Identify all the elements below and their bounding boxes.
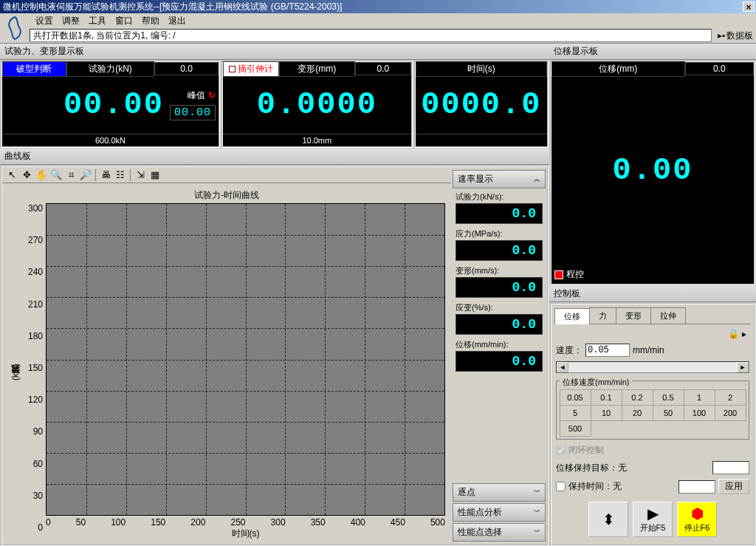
hold-time-input[interactable] [678, 480, 715, 494]
time-value: 0000.0 [419, 86, 543, 124]
zoom-in-icon[interactable]: 🔍 [49, 168, 63, 182]
status-label: 程控 [566, 268, 584, 281]
speed-grid-title: 位移速度(mm/min) [560, 377, 632, 388]
menu-settings[interactable]: 设置 [32, 15, 56, 27]
close-button[interactable]: × [743, 1, 755, 12]
menu-adjust[interactable]: 调整 [59, 15, 83, 27]
rate-disp: 0.0 [456, 351, 543, 372]
chart-plot-area[interactable] [46, 203, 445, 516]
chart-setup-icon[interactable]: ☷ [114, 168, 127, 182]
peak-value: 00.00 [170, 105, 216, 120]
stop-icon: ⬢ [691, 506, 704, 521]
speed-cell[interactable]: 50 [653, 405, 684, 421]
rate-display-header[interactable]: 速率显示︽ [453, 170, 546, 188]
extensometer-label: 摘引伸计 [238, 63, 273, 75]
menu-help[interactable]: 帮助 [139, 15, 162, 27]
acc-select[interactable]: 性能点选择︾ [453, 523, 546, 542]
menu-window[interactable]: 窗口 [112, 15, 136, 27]
start-button[interactable]: ▶开始F5 [633, 502, 673, 537]
disp-label: 位移(mm) [551, 61, 685, 77]
chevron-up-icon: ︽ [534, 177, 540, 181]
speed-cell[interactable]: 0.2 [622, 389, 653, 406]
curve-toolbar: ↖ ✥ ✋ 🔍 ⌗ 🔎 🖶 ☷ ⇲ ▦ [2, 167, 451, 183]
force-range: 600.0kN [2, 134, 219, 146]
def-zero: 0.0 [355, 62, 411, 75]
stop-button[interactable]: ⬢停止F6 [677, 502, 717, 537]
apply-button[interactable]: 应用 [718, 479, 749, 494]
export-icon[interactable]: ⇲ [134, 168, 147, 182]
closed-loop-checkbox [556, 446, 566, 455]
rate-stress: 0.0 [456, 240, 543, 261]
force-label: 试验力(kN) [66, 61, 154, 77]
hold-time-checkbox[interactable] [556, 482, 566, 491]
speed-cell[interactable]: 1 [684, 389, 715, 406]
rate-def: 0.0 [456, 277, 543, 298]
speed-cell[interactable]: 10 [591, 405, 622, 421]
updown-icon: ⬍ [602, 512, 615, 527]
speed-unit: mm/min [633, 345, 664, 355]
status-indicator [554, 270, 563, 279]
speed-input[interactable] [585, 344, 630, 357]
speed-cell[interactable]: 100 [684, 405, 715, 421]
crosshair-icon[interactable]: ✥ [20, 168, 33, 182]
chevron-down-icon: ︾ [534, 530, 540, 534]
zoom-box-icon[interactable]: ⌗ [64, 168, 78, 182]
tab-tension[interactable]: 拉伸 [650, 307, 686, 324]
zoom-reset-icon[interactable]: 🔎 [79, 168, 92, 182]
peak-label: 峰值 [188, 89, 205, 102]
menu-exit[interactable]: 退出 [165, 15, 189, 27]
rate-force: 0.0 [456, 203, 543, 224]
menu-bar: 设置 调整 工具 窗口 帮助 退出 [30, 13, 756, 28]
speed-cell[interactable]: 20 [622, 405, 653, 421]
tab-def[interactable]: 变形 [616, 307, 651, 324]
speed-cell[interactable]: 0.05 [560, 389, 591, 406]
speed-cell[interactable]: 0.5 [653, 389, 684, 406]
app-logo [0, 13, 30, 43]
time-label: 时间(s) [416, 61, 547, 77]
chart-title: 试验力-时间曲线 [8, 188, 445, 203]
scroll-left-icon[interactable]: ◄ [557, 362, 568, 372]
updown-button[interactable]: ⬍ [588, 502, 628, 537]
break-judge-label: 破型判断 [2, 61, 66, 77]
print-icon[interactable]: 🖶 [99, 168, 112, 182]
closed-loop-label: 闭环控制 [568, 444, 604, 457]
chart-ylabel: 试验力(kN) [8, 203, 24, 542]
speed-scrollbar[interactable]: ◄ ► [556, 361, 749, 373]
chart-yaxis: 3002702402101801501209060300 [24, 203, 46, 542]
rate-strain: 0.0 [456, 314, 543, 335]
chart-xaxis: 050100150200250300350400450500 [46, 516, 445, 526]
hold-target-input[interactable] [712, 461, 749, 474]
acc-analysis[interactable]: 性能点分析︾ [453, 503, 546, 522]
speed-cell[interactable]: 0.1 [591, 389, 622, 406]
info-input[interactable] [30, 29, 712, 42]
disp-panel-title: 位移显示板 [549, 44, 756, 60]
extensometer-checkbox[interactable] [229, 66, 236, 72]
expand-icon[interactable]: ▸ [742, 329, 746, 339]
window-title: 微机控制电液伺服万能试验机测控系统--[预应力混凝土用钢绞线试验 (GB/T52… [3, 0, 342, 13]
play-icon: ▶ [647, 506, 659, 521]
data-panel-icon: ▸▪ [718, 30, 725, 41]
chevron-down-icon: ︾ [534, 491, 540, 494]
tab-force[interactable]: 力 [589, 307, 616, 324]
pointer-icon[interactable]: ↖ [5, 168, 18, 182]
menu-tools[interactable]: 工具 [86, 15, 109, 27]
speed-cell[interactable]: 500 [560, 420, 591, 437]
hold-time-label: 保持时间：无 [568, 480, 622, 493]
hand-icon[interactable]: ✋ [35, 168, 48, 182]
speed-cell[interactable]: 5 [560, 405, 591, 421]
speed-label: 速度： [556, 344, 583, 357]
speed-cell[interactable]: 2 [715, 389, 746, 406]
scroll-right-icon[interactable]: ► [737, 362, 749, 372]
speed-cell[interactable]: 200 [715, 405, 746, 421]
config-icon[interactable]: ▦ [148, 168, 162, 182]
disp-value: 0.00 [611, 151, 695, 190]
chart-xlabel: 时间(s) [46, 526, 445, 542]
def-range: 10.0mm [223, 134, 411, 146]
curve-panel-title: 曲线板 [0, 149, 549, 165]
tab-disp[interactable]: 位移 [554, 308, 590, 324]
acc-points[interactable]: 逐点︾ [453, 483, 546, 502]
lock-icon[interactable]: 🔒 [728, 329, 739, 339]
chevron-down-icon: ︾ [534, 511, 540, 514]
refresh-icon[interactable]: ↻ [208, 90, 216, 100]
data-panel-button[interactable]: ▸▪ 数据板 [715, 30, 756, 42]
